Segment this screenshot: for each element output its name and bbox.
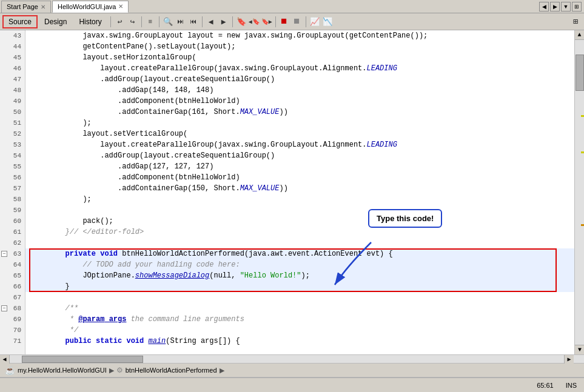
chart-down-icon[interactable]: 📉: [321, 16, 334, 28]
breadcrumb-method-icon: ⚙: [116, 366, 123, 374]
find-icon[interactable]: 🔍: [162, 16, 174, 28]
tab-helloworldgui[interactable]: HelloWorldGUI.java ✕: [52, 1, 129, 13]
line-number-46: 46: [0, 63, 25, 74]
vertical-scrollbar[interactable]: ▲ ▼: [574, 30, 584, 354]
tab-bar: Start Page ✕ HelloWorldGUI.java ✕ ◀ ▶ ▼ …: [0, 0, 584, 13]
line-number-47: 47: [0, 74, 25, 85]
code-line-62: [25, 238, 574, 248]
code-line-50: .addContainerGap(161, Short.MAX_VALUE)): [25, 107, 574, 118]
code-line-70: */: [25, 325, 574, 336]
toggle-bookmark-icon[interactable]: 🔖: [235, 16, 247, 28]
code-line-48: .addGap(148, 148, 148): [25, 85, 574, 96]
tab-helloworldgui-close[interactable]: ✕: [118, 3, 123, 10]
scrollbar-thumb[interactable]: [576, 55, 584, 91]
chart-up-icon[interactable]: 📈: [309, 16, 321, 28]
line-number-62: 62: [0, 238, 25, 248]
code-line-63: private void btnHelloWorldActionPerforme…: [25, 248, 574, 259]
tab-start-page[interactable]: Start Page ✕: [1, 1, 51, 13]
code-line-56: .addComponent(btnHelloWorld): [25, 172, 574, 183]
line-number-64: 64: [0, 259, 25, 270]
code-line-67: [25, 292, 574, 303]
toolbar-sep-2: [141, 16, 142, 27]
breadcrumb-class-label: my.HelloWorld.HelloWorldGUI: [18, 367, 107, 374]
breadcrumb-sep-1: ▶: [109, 367, 114, 374]
breadcrumb-method-label: btnHelloWorldActionPerformed: [126, 367, 217, 374]
line-number-49: 49: [0, 96, 25, 107]
find-next-icon[interactable]: ⏭: [175, 16, 187, 28]
scroll-down-btn[interactable]: ▼: [575, 345, 584, 354]
status-bar: 65:61 INS: [0, 377, 584, 392]
prev-icon[interactable]: ◀: [205, 16, 217, 28]
code-line-61: }// </editor-fold>: [25, 227, 574, 238]
scroll-up-btn[interactable]: ▲: [575, 30, 584, 40]
line-number-63: −63: [0, 248, 25, 259]
format-icon[interactable]: ≡: [144, 16, 156, 28]
line-number-71: 71: [0, 336, 25, 347]
toolbar-sep-3: [159, 16, 159, 27]
find-prev-icon[interactable]: ⏮: [187, 16, 200, 28]
scroll-marker-3: [581, 224, 584, 226]
horizontal-scrollbar[interactable]: ◀ ▶: [0, 354, 584, 363]
code-line-55: .addGap(127, 127, 127): [25, 161, 574, 172]
window-expand-icon[interactable]: ⊞: [569, 16, 582, 28]
undo-icon[interactable]: ↩: [114, 16, 126, 28]
callout-text: Type this code!: [377, 214, 434, 223]
scroll-left-btn[interactable]: ◀: [539, 2, 549, 12]
scroll-left-arrow[interactable]: ◀: [0, 355, 10, 364]
code-line-69: * @param args the command line arguments: [25, 314, 574, 325]
scroll-right-btn[interactable]: ▶: [550, 2, 560, 12]
redo-icon[interactable]: ↪: [127, 16, 139, 28]
fold-icon-68[interactable]: −: [1, 305, 7, 311]
cursor-position: 65:61: [537, 382, 554, 389]
code-line-65: JOptionPane.showMessageDialog(null, "Hel…: [25, 270, 574, 281]
code-line-44: getContentPane().setLayout(layout);: [25, 41, 574, 52]
editor-container: 4344454647484950515253545556575859606162…: [0, 30, 584, 363]
line-number-60: 60: [0, 216, 25, 227]
design-button[interactable]: Design: [39, 15, 72, 28]
line-number-43: 43: [0, 30, 25, 41]
line-number-68: −68: [0, 303, 25, 314]
maximize-btn[interactable]: ⊞: [572, 2, 582, 12]
line-number-56: 56: [0, 172, 25, 183]
line-number-65: 65: [0, 270, 25, 281]
tab-helloworldgui-label: HelloWorldGUI.java: [58, 3, 116, 10]
toolbar-sep-1: [110, 16, 111, 27]
insert-mode: INS: [563, 382, 579, 389]
next-bookmark-icon[interactable]: 🔖▶: [261, 16, 273, 28]
status-right: 65:61 INS: [537, 382, 579, 389]
line-number-57: 57: [0, 183, 25, 194]
prev-bookmark-icon[interactable]: ◀🔖: [248, 16, 260, 28]
source-button[interactable]: Source: [2, 15, 38, 28]
line-number-55: 55: [0, 161, 25, 172]
code-line-60: pack();: [25, 216, 574, 227]
next-icon[interactable]: ▶: [218, 16, 230, 28]
code-line-54: .addGroup(layout.createSequentialGroup(): [25, 150, 574, 161]
scroll-marker-1: [581, 115, 584, 117]
line-number-67: 67: [0, 292, 25, 303]
view-toolbar: Source Design History ↩ ↪ ≡ 🔍 ⏭ ⏮ ◀ ▶ 🔖 …: [0, 13, 584, 30]
callout-box: Type this code!: [368, 209, 442, 228]
scrollbar-h-thumb[interactable]: [22, 356, 143, 363]
toolbar-sep-6: [275, 16, 276, 27]
line-number-54: 54: [0, 150, 25, 161]
toolbar-icons: ↩ ↪ ≡ 🔍 ⏭ ⏮ ◀ ▶ 🔖 ◀🔖 🔖▶ ⏹ ⏹ 📈 📉: [114, 16, 334, 28]
line-number-53: 53: [0, 139, 25, 150]
pause-icon[interactable]: ⏹: [291, 16, 303, 28]
scroll-right-arrow[interactable]: ▶: [564, 355, 574, 364]
breadcrumb-sep-2: ▶: [220, 367, 224, 374]
history-button[interactable]: History: [73, 15, 107, 28]
code-line-49: .addComponent(btnHelloWorld): [25, 96, 574, 107]
breadcrumb-method[interactable]: btnHelloWorldActionPerformed: [126, 367, 217, 374]
breadcrumb-class[interactable]: my.HelloWorld.HelloWorldGUI: [18, 367, 107, 374]
code-line-59: [25, 205, 574, 216]
tab-start-page-label: Start Page: [7, 3, 38, 10]
dropdown-btn[interactable]: ▼: [561, 2, 571, 12]
code-line-47: .addGroup(layout.createSequentialGroup(): [25, 74, 574, 85]
tab-start-page-close[interactable]: ✕: [41, 4, 45, 10]
fold-icon-63[interactable]: −: [1, 251, 7, 257]
line-number-59: 59: [0, 205, 25, 216]
code-area[interactable]: javax.swing.GroupLayout layout = new jav…: [25, 30, 574, 354]
line-numbers: 4344454647484950515253545556575859606162…: [0, 30, 25, 354]
code-line-45: layout.setHorizontalGroup(: [25, 52, 574, 63]
stop-icon[interactable]: ⏹: [278, 16, 290, 28]
